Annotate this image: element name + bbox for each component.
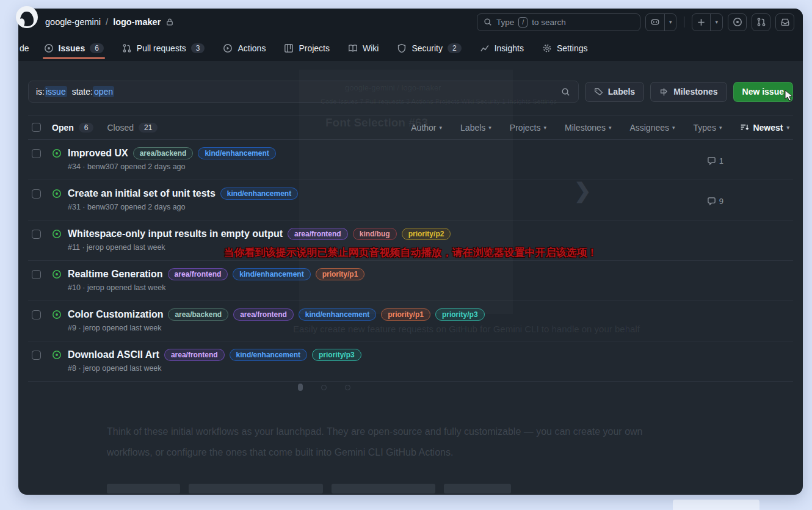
- issue-checkbox[interactable]: [32, 230, 41, 239]
- issue-label[interactable]: area/backend: [168, 308, 228, 321]
- sort-dropdown[interactable]: Newest▾: [740, 123, 789, 133]
- breadcrumb-separator: /: [106, 17, 108, 27]
- issue-label[interactable]: area/frontend: [288, 228, 348, 240]
- issue-label[interactable]: priority/p2: [402, 228, 451, 240]
- search-placeholder-1: Type: [496, 18, 514, 27]
- open-issue-icon: [52, 148, 62, 158]
- sort-desc-icon: [740, 123, 749, 132]
- tab-security[interactable]: Security 2: [390, 35, 468, 61]
- filter-search-icon[interactable]: [554, 81, 578, 102]
- page-ghost-button: [673, 500, 759, 510]
- global-search-input[interactable]: Type / to search: [477, 13, 640, 31]
- issue-checkbox[interactable]: [32, 149, 41, 158]
- search-icon: [484, 18, 492, 26]
- open-issues-toggle[interactable]: Open 6: [52, 123, 93, 133]
- issue-row[interactable]: Create an initial set of unit tests kind…: [28, 180, 793, 220]
- closed-count-badge: 21: [139, 123, 158, 133]
- copilot-dropdown-caret[interactable]: ▾: [664, 14, 676, 31]
- book-icon: [348, 43, 358, 53]
- your-pull-requests-button[interactable]: [752, 13, 770, 31]
- query-token-state: state:: [72, 87, 93, 97]
- closed-issues-toggle[interactable]: Closed 21: [107, 123, 158, 133]
- issue-checkbox[interactable]: [32, 270, 41, 279]
- ghost-heading-clipped: [107, 484, 511, 494]
- issue-label[interactable]: priority/p1: [381, 308, 430, 321]
- author-filter[interactable]: Author▾: [411, 123, 442, 133]
- labels-button[interactable]: Labels: [585, 82, 644, 102]
- types-filter[interactable]: Types▾: [694, 123, 722, 133]
- issue-checkbox[interactable]: [32, 189, 41, 199]
- assignees-filter[interactable]: Assignees▾: [629, 123, 675, 133]
- issue-checkbox[interactable]: [32, 310, 41, 319]
- copilot-button[interactable]: ▾: [645, 13, 677, 31]
- labels-filter[interactable]: Labels▾: [460, 123, 491, 133]
- tab-insights[interactable]: Insights: [473, 35, 531, 61]
- issue-title[interactable]: Color Customization: [68, 309, 163, 320]
- open-issue-icon: [52, 229, 62, 239]
- issue-title[interactable]: Improved UX: [68, 148, 128, 159]
- pull-requests-count-badge: 3: [191, 43, 205, 53]
- issue-comments[interactable]: 9: [707, 197, 723, 206]
- select-all-checkbox[interactable]: [32, 123, 41, 132]
- issue-title[interactable]: Create an initial set of unit tests: [68, 188, 216, 199]
- milestones-button[interactable]: Milestones: [650, 82, 727, 102]
- issue-label[interactable]: priority/p1: [316, 268, 365, 280]
- tab-wiki[interactable]: Wiki: [341, 35, 386, 61]
- issue-label[interactable]: area/backend: [133, 147, 194, 159]
- autoplay-blocked-notice: 当你看到该提示说明已禁止网页音视频自动播放，请在浏览器设置中开启该选项！: [18, 246, 803, 260]
- tab-pull-requests[interactable]: Pull requests 3: [115, 35, 212, 61]
- tab-projects[interactable]: Projects: [277, 35, 337, 61]
- security-count-badge: 2: [448, 43, 462, 53]
- issue-label[interactable]: kind/enhancement: [198, 147, 275, 159]
- tab-code-clipped[interactable]: de: [18, 35, 33, 61]
- issue-row[interactable]: Realtime Generation area/frontend kind/e…: [28, 261, 793, 301]
- inbox-icon[interactable]: [775, 13, 794, 31]
- issue-checkbox[interactable]: [32, 351, 41, 360]
- search-placeholder-2: to search: [532, 18, 566, 27]
- slash-key-hint: /: [518, 17, 527, 27]
- issue-label[interactable]: kind/enhancement: [220, 188, 298, 200]
- issue-label[interactable]: kind/enhancement: [299, 308, 376, 321]
- issue-label[interactable]: priority/p3: [435, 308, 485, 321]
- tab-settings[interactable]: Settings: [535, 35, 595, 61]
- issue-row[interactable]: Download ASCII Art area/frontend kind/en…: [28, 341, 793, 382]
- tab-issues[interactable]: Issues 6: [37, 35, 111, 61]
- carousel-dots: [298, 384, 350, 391]
- milestones-filter[interactable]: Milestones▾: [565, 123, 611, 133]
- your-issues-button[interactable]: [728, 13, 747, 31]
- issue-label[interactable]: area/frontend: [233, 308, 294, 321]
- tab-actions[interactable]: Actions: [216, 35, 273, 61]
- issue-row[interactable]: Color Customization area/backend area/fr…: [28, 301, 793, 341]
- open-issue-icon: [52, 350, 62, 360]
- create-dropdown-caret[interactable]: ▾: [710, 14, 722, 31]
- issue-label[interactable]: priority/p3: [312, 349, 361, 361]
- issue-title[interactable]: Whitespace-only input results in empty o…: [68, 228, 283, 239]
- issue-title[interactable]: Download ASCII Art: [68, 349, 159, 360]
- issue-label[interactable]: kind/bug: [353, 228, 397, 240]
- open-issue-icon: [52, 269, 62, 279]
- tag-icon: [594, 87, 603, 97]
- git-pull-request-icon: [122, 43, 132, 53]
- mouse-cursor: [784, 90, 795, 104]
- projects-filter[interactable]: Projects▾: [510, 123, 546, 133]
- issue-label[interactable]: kind/enhancement: [233, 268, 310, 280]
- issue-label[interactable]: area/frontend: [164, 349, 225, 361]
- github-logo: [16, 6, 38, 28]
- issue-label[interactable]: area/frontend: [168, 268, 228, 280]
- create-new-button[interactable]: ▾: [692, 13, 723, 31]
- issue-title[interactable]: Realtime Generation: [68, 269, 163, 280]
- issue-label[interactable]: kind/enhancement: [230, 349, 307, 361]
- shield-icon: [397, 43, 407, 53]
- breadcrumb-repo[interactable]: logo-maker: [113, 17, 161, 27]
- header-divider: [684, 16, 684, 27]
- breadcrumb: google-gemini / logo-maker: [45, 17, 174, 27]
- issues-filter-input[interactable]: is:issuestate:open: [28, 81, 579, 103]
- issue-meta: #31 · benw307 opened 2 days ago: [68, 203, 707, 211]
- breadcrumb-org[interactable]: google-gemini: [45, 17, 101, 27]
- issues-list-header: Open 6 Closed 21 Author▾ Labels▾ Project…: [28, 115, 793, 140]
- github-header: google-gemini / logo-maker Type / to sea…: [18, 9, 803, 35]
- issue-comments[interactable]: 1: [707, 156, 723, 166]
- issue-row[interactable]: Improved UX area/backend kind/enhancemen…: [28, 140, 793, 180]
- issues-count-badge: 6: [90, 43, 104, 53]
- query-token-issue: issue: [45, 86, 67, 97]
